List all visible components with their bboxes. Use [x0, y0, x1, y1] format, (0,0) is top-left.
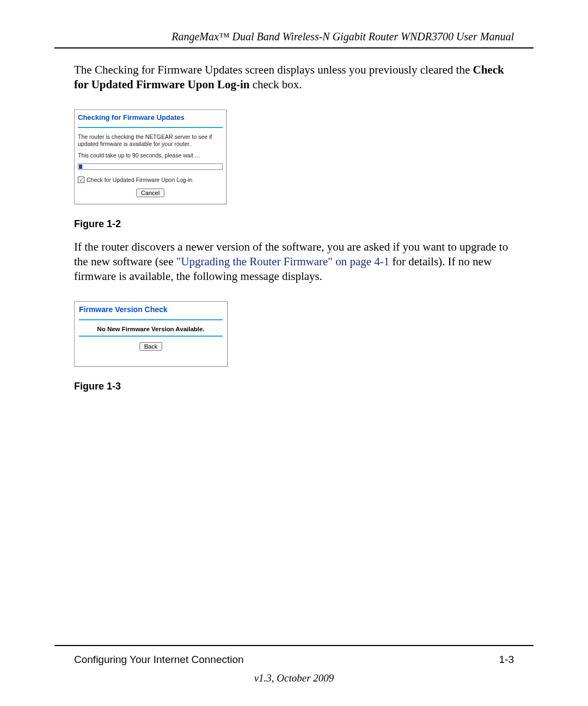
checkbox[interactable]: ✓ [78, 176, 84, 183]
panel-divider [79, 336, 223, 337]
panel-title: Firmware Version Check [79, 305, 223, 314]
figure-1-3: Firmware Version Check No New Firmware V… [74, 301, 534, 367]
figure-1-3-caption: Figure 1-3 [74, 381, 534, 392]
para1-part-c: check box. [249, 78, 302, 91]
panel-divider [78, 127, 223, 128]
panel-text-1: The router is checking the NETGEAR serve… [78, 133, 223, 148]
progress-fill [79, 165, 82, 169]
para1-part-a: The Checking for Firmware Updates screen… [74, 63, 473, 76]
footer-section-name: Configuring Your Internet Connection [74, 654, 244, 666]
progress-bar [78, 163, 223, 170]
back-button[interactable]: Back [139, 342, 162, 351]
crossref-link[interactable]: "Upgrading the Router Firmware" on page … [176, 255, 390, 268]
footer-rule [54, 645, 534, 646]
panel-divider [79, 319, 223, 320]
checkbox-label: Check for Updated Firmware Upon Log-in [87, 176, 192, 183]
footer-version: v1.3, October 2009 [54, 672, 534, 684]
checkmark-icon: ✓ [79, 177, 84, 183]
panel-title: Checking for Firmware Updates [78, 113, 223, 121]
paragraph-2: If the router discovers a newer version … [74, 240, 514, 284]
panel-message: No New Firmware Version Available. [79, 326, 223, 332]
header-rule [54, 47, 534, 48]
page-footer: Configuring Your Internet Connection 1-3… [54, 645, 534, 706]
firmware-check-panel: Firmware Version Check No New Firmware V… [74, 301, 228, 367]
panel-text-2: This could take up to 90 seconds, please… [78, 152, 223, 159]
cancel-button[interactable]: Cancel [136, 188, 164, 197]
figure-1-2: Checking for Firmware Updates The router… [74, 109, 534, 204]
checkbox-row: ✓ Check for Updated Firmware Upon Log-in [78, 176, 223, 183]
paragraph-1: The Checking for Firmware Updates screen… [74, 63, 514, 92]
footer-page-number: 1-3 [499, 654, 514, 666]
figure-1-2-caption: Figure 1-2 [74, 218, 534, 230]
doc-header-title: RangeMax™ Dual Band Wireless-N Gigabit R… [54, 31, 514, 43]
checking-updates-panel: Checking for Firmware Updates The router… [74, 109, 226, 204]
